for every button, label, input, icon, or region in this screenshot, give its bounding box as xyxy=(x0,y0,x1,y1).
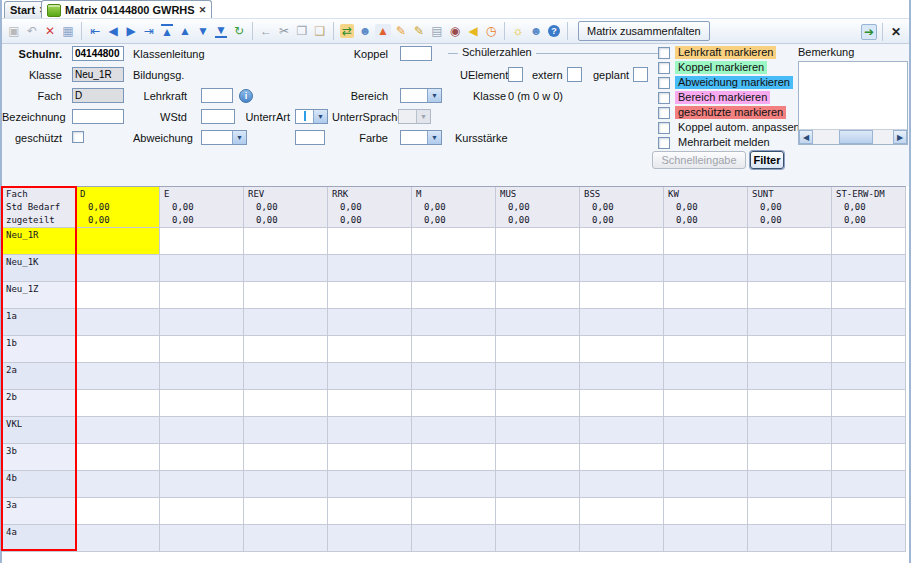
row-header-VKL[interactable]: VKL xyxy=(2,417,76,444)
column-header-E[interactable]: E0,000,00 xyxy=(160,187,244,228)
matrix-cell[interactable] xyxy=(412,228,496,255)
lehrkraft-input[interactable] xyxy=(201,88,233,103)
matrix-cell[interactable] xyxy=(748,471,832,498)
matrix-cell[interactable] xyxy=(244,498,328,525)
matrix-cell[interactable] xyxy=(412,336,496,363)
matrix-cell[interactable] xyxy=(748,228,832,255)
matrix-cell[interactable] xyxy=(244,417,328,444)
matrix-collapse-button[interactable]: Matrix zusammenfalten xyxy=(578,21,710,41)
first-row-icon[interactable]: ▲ xyxy=(158,22,176,41)
matrix-cell[interactable] xyxy=(748,525,832,552)
column-header-SUNT[interactable]: SUNT0,000,00 xyxy=(748,187,832,228)
extern-input[interactable] xyxy=(567,67,582,82)
tab-close-icon[interactable]: ✕ xyxy=(199,5,207,15)
matrix-cell[interactable] xyxy=(412,444,496,471)
matrix-cell[interactable] xyxy=(496,390,580,417)
matrix-cell[interactable] xyxy=(748,336,832,363)
matrix-cell[interactable] xyxy=(76,228,160,255)
row-header-4b[interactable]: 4b xyxy=(2,471,76,498)
matrix-cell[interactable] xyxy=(496,363,580,390)
matrix-cell[interactable] xyxy=(412,498,496,525)
matrix-cell[interactable] xyxy=(832,417,906,444)
matrix-cell[interactable] xyxy=(328,471,412,498)
row-header-Neu_1Z[interactable]: Neu_1Z xyxy=(2,282,76,309)
row-header-Neu_1K[interactable]: Neu_1K xyxy=(2,255,76,282)
matrix-cell[interactable] xyxy=(76,471,160,498)
matrix-cell[interactable] xyxy=(412,471,496,498)
doc-edit2-icon[interactable]: ✎ xyxy=(410,22,428,41)
matrix-cell[interactable] xyxy=(496,228,580,255)
matrix-cell[interactable] xyxy=(664,363,748,390)
person-edit-icon[interactable]: ☻ xyxy=(356,22,374,41)
marker-checkbox[interactable] xyxy=(658,137,670,149)
column-header-MUS[interactable]: MUS0,000,00 xyxy=(496,187,580,228)
matrix-cell[interactable] xyxy=(328,336,412,363)
matrix-cell[interactable] xyxy=(580,417,664,444)
horn-icon[interactable]: ◀ xyxy=(464,22,482,41)
matrix-cell[interactable] xyxy=(664,444,748,471)
matrix-cell[interactable] xyxy=(412,390,496,417)
first-record-icon[interactable]: ⇤ xyxy=(86,22,104,41)
matrix-cell[interactable] xyxy=(244,336,328,363)
matrix-cell[interactable] xyxy=(76,390,160,417)
marker-checkbox[interactable] xyxy=(658,47,670,59)
matrix-cell[interactable] xyxy=(160,255,244,282)
matrix-cell[interactable] xyxy=(244,363,328,390)
certificate-icon[interactable]: ▲ xyxy=(374,22,392,41)
delete-icon[interactable]: ✕ xyxy=(41,22,59,41)
chevron-down-icon[interactable]: ▼ xyxy=(427,131,441,144)
matrix-cell[interactable] xyxy=(580,498,664,525)
row-header-2b[interactable]: 2b xyxy=(2,390,76,417)
marker-checkbox[interactable] xyxy=(658,107,670,119)
matrix-cell[interactable] xyxy=(664,282,748,309)
column-header-REV[interactable]: REV0,000,00 xyxy=(244,187,328,228)
row-header-4a[interactable]: 4a xyxy=(2,525,76,552)
cut-icon[interactable]: ✂ xyxy=(275,22,293,41)
unterrart-select[interactable]: ▼ xyxy=(295,109,328,124)
row-header-Neu_1R[interactable]: Neu_1R xyxy=(2,228,76,255)
matrix-cell[interactable] xyxy=(244,282,328,309)
last-record-icon[interactable]: ⇥ xyxy=(140,22,158,41)
matrix-cell[interactable] xyxy=(496,336,580,363)
matrix-cell[interactable] xyxy=(580,444,664,471)
column-header-ST-ERW-DM[interactable]: ST-ERW-DM0,000,00 xyxy=(832,187,906,228)
filter-button[interactable]: Filter xyxy=(750,151,784,169)
doc-edit-icon[interactable]: ✎ xyxy=(392,22,410,41)
matrix-cell[interactable] xyxy=(160,336,244,363)
matrix-cell[interactable] xyxy=(496,282,580,309)
matrix-cell[interactable] xyxy=(580,309,664,336)
geplant-input[interactable] xyxy=(633,67,648,82)
matrix-cell[interactable] xyxy=(832,525,906,552)
column-header-BSS[interactable]: BSS0,000,00 xyxy=(580,187,664,228)
matrix-cell[interactable] xyxy=(328,390,412,417)
matrix-cell[interactable] xyxy=(412,309,496,336)
row-header-2a[interactable]: 2a xyxy=(2,363,76,390)
matrix-cell[interactable] xyxy=(412,525,496,552)
scroll-thumb[interactable] xyxy=(839,130,873,144)
matrix-cell[interactable] xyxy=(412,417,496,444)
bereich-select[interactable]: ▼ xyxy=(400,88,442,103)
matrix-cell[interactable] xyxy=(244,525,328,552)
bemerkung-textarea[interactable]: ◀ ▶ xyxy=(798,61,908,145)
matrix-cell[interactable] xyxy=(580,228,664,255)
matrix-cell[interactable] xyxy=(580,390,664,417)
matrix-cell[interactable] xyxy=(832,336,906,363)
row-header-1b[interactable]: 1b xyxy=(2,336,76,363)
matrix-cell[interactable] xyxy=(580,471,664,498)
matrix-cell[interactable] xyxy=(160,444,244,471)
koppel-input[interactable] xyxy=(400,46,432,61)
matrix-cell[interactable] xyxy=(412,363,496,390)
matrix-cell[interactable] xyxy=(748,498,832,525)
matrix-cell[interactable] xyxy=(748,417,832,444)
matrix-cell[interactable] xyxy=(328,282,412,309)
matrix-cell[interactable] xyxy=(748,444,832,471)
matrix-cell[interactable] xyxy=(496,444,580,471)
matrix-cell[interactable] xyxy=(664,417,748,444)
matrix-cell[interactable] xyxy=(244,390,328,417)
matrix-cell[interactable] xyxy=(832,228,906,255)
chevron-down-icon[interactable]: ▼ xyxy=(313,110,327,123)
up-icon[interactable]: ▲ xyxy=(176,22,194,41)
matrix-cell[interactable] xyxy=(76,282,160,309)
matrix-cell[interactable] xyxy=(496,417,580,444)
matrix-cell[interactable] xyxy=(76,498,160,525)
